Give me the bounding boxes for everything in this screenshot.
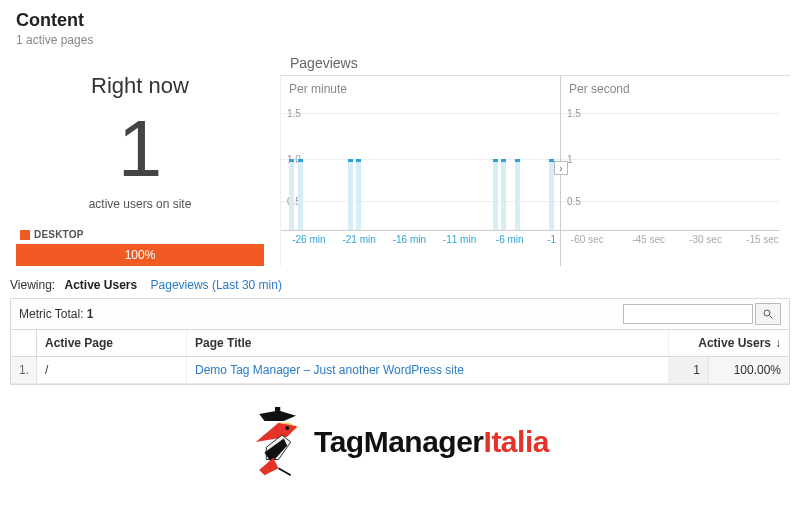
xtick: -26 min: [292, 234, 325, 245]
view-tabs: Viewing: Active Users Pageviews (Last 30…: [0, 272, 800, 298]
device-bar: 100%: [16, 244, 264, 266]
svg-line-4: [279, 468, 291, 475]
device-percent: 100%: [125, 248, 156, 262]
xtick: -1: [547, 234, 556, 245]
xtick: -30 sec: [689, 234, 722, 245]
xtick: -16 min: [393, 234, 426, 245]
data-panel: Metric Total: 1 Active Page Page Title A…: [10, 298, 790, 385]
realtime-panel: Right now 1 active users on site DESKTOP…: [0, 55, 280, 272]
svg-point-0: [764, 310, 770, 316]
per-second-title: Per second: [569, 82, 630, 96]
active-users-count: 1: [16, 109, 264, 189]
cell-active-users-pct: 100.00%: [709, 357, 789, 383]
xtick: -45 sec: [632, 234, 665, 245]
chart-expand-button[interactable]: ›: [554, 161, 568, 175]
metric-total: Metric Total: 1: [19, 307, 94, 321]
device-legend: DESKTOP: [16, 229, 264, 244]
woodpecker-icon: [251, 407, 306, 477]
xtick: -11 min: [443, 234, 476, 245]
search-button[interactable]: [755, 303, 781, 325]
col-active-page[interactable]: Active Page: [37, 330, 187, 356]
viewing-label: Viewing:: [10, 278, 55, 292]
xtick: -60 sec: [571, 234, 604, 245]
svg-line-1: [770, 316, 773, 319]
pageviews-charts: Per minute 1.5 1.0 0.5: [280, 75, 790, 266]
brand-text: TagManagerItalia: [314, 425, 549, 459]
pageviews-title: Pageviews: [280, 55, 790, 75]
per-minute-chart: Per minute 1.5 1.0 0.5: [280, 76, 560, 266]
device-label: DESKTOP: [34, 229, 84, 240]
page-title: Content: [16, 10, 784, 31]
cell-page-title[interactable]: Demo Tag Manager – Just another WordPres…: [187, 357, 669, 383]
cell-index: 1.: [11, 357, 37, 383]
ytick: 0.5: [567, 196, 581, 207]
col-index: [11, 330, 37, 356]
header: Content 1 active pages: [0, 0, 800, 55]
ytick: 1.5: [567, 108, 581, 119]
per-second-chart: › Per second 1.5 1 0.5 -60 sec -45 sec -…: [560, 76, 780, 266]
col-page-title[interactable]: Page Title: [187, 330, 669, 356]
table-header: Active Page Page Title Active Users ↓: [11, 330, 789, 357]
page-subtitle: 1 active pages: [16, 33, 784, 47]
sort-desc-icon: ↓: [775, 336, 781, 350]
svg-rect-2: [275, 407, 280, 412]
cell-active-page: /: [37, 357, 187, 383]
device-color-chip: [20, 230, 30, 240]
tab-active-users[interactable]: Active Users: [64, 278, 137, 292]
active-users-subtitle: active users on site: [16, 197, 264, 211]
xtick: -6 min: [496, 234, 524, 245]
xtick: -21 min: [342, 234, 375, 245]
search-input[interactable]: [623, 304, 753, 324]
svg-point-3: [285, 426, 289, 430]
xtick: -15 sec: [746, 234, 779, 245]
cell-active-users-value: 1: [669, 357, 709, 383]
table-row: 1. / Demo Tag Manager – Just another Wor…: [11, 357, 789, 384]
search-icon: [762, 308, 774, 320]
tab-pageviews-30min[interactable]: Pageviews (Last 30 min): [151, 278, 282, 292]
right-now-label: Right now: [16, 73, 264, 99]
brand-logo: TagManagerItalia: [0, 385, 800, 495]
per-minute-title: Per minute: [289, 82, 347, 96]
col-active-users[interactable]: Active Users ↓: [669, 330, 789, 356]
search-group: [623, 303, 781, 325]
